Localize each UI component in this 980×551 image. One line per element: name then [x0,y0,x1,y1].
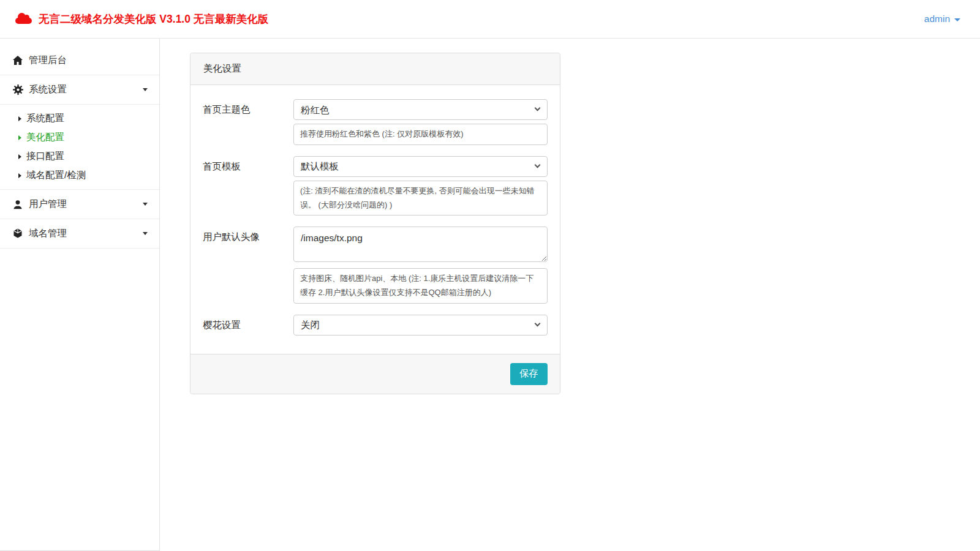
user-icon [12,199,23,209]
sidebar-subitem-label: 域名配置/检测 [26,169,86,182]
main-content: 美化设置 首页主题色 粉红色 推荐使用粉红色和紫色 (注: 仅对原版模板有效) [160,39,980,551]
page-layout: 管理后台 系统设置 系统配置 美化配置 接口配置 [0,39,980,551]
sidebar-item-label: 域名管理 [29,227,67,240]
field-control: 默认模板 (注: 渣到不能在渣的渣机尽量不要更换, 否则可能会出现一些未知错误。… [293,156,548,216]
form-row-sakura: 樱花设置 关闭 [203,315,548,335]
theme-color-select[interactable]: 粉红色 [293,99,548,120]
home-template-help: (注: 渣到不能在渣的渣机尽量不要更换, 否则可能会出现一些未知错误。 (大部分… [293,181,548,216]
chevron-down-icon [143,203,148,206]
sakura-select[interactable]: 关闭 [293,315,548,335]
sidebar-subitem-label: 美化配置 [26,131,64,144]
sidebar-item-system-settings[interactable]: 系统设置 [0,75,159,105]
form-row-theme-color: 首页主题色 粉红色 推荐使用粉红色和紫色 (注: 仅对原版模板有效) [203,99,548,145]
sakura-select-wrap: 关闭 [293,315,548,335]
theme-color-help: 推荐使用粉红色和紫色 (注: 仅对原版模板有效) [293,124,548,145]
username: admin [924,13,950,24]
field-label: 樱花设置 [203,315,293,335]
sidebar-item-label: 管理后台 [29,54,67,67]
home-template-select[interactable]: 默认模板 [293,156,548,177]
field-control: 粉红色 推荐使用粉红色和紫色 (注: 仅对原版模板有效) [293,99,548,145]
panel-body: 首页主题色 粉红色 推荐使用粉红色和紫色 (注: 仅对原版模板有效) 首页模板 [190,85,560,354]
gear-icon [12,84,23,95]
cloud-icon [15,18,32,24]
caret-right-icon [18,154,21,159]
cube-icon [12,228,23,239]
field-control: /images/tx.png 支持图床、随机图片api、本地 (注: 1.康乐主… [293,227,548,304]
sidebar-subitem-beautify-config[interactable]: 美化配置 [0,128,159,147]
sidebar-subitem-domain-config-check[interactable]: 域名配置/检测 [0,166,159,185]
field-label: 用户默认头像 [203,227,293,304]
default-avatar-input[interactable]: /images/tx.png [293,227,548,262]
caret-right-icon [18,173,21,178]
sidebar-item-admin-home[interactable]: 管理后台 [0,46,159,75]
panel-title: 美化设置 [190,53,560,85]
panel-footer: 保存 [190,354,560,394]
system-settings-submenu: 系统配置 美化配置 接口配置 域名配置/检测 [0,105,159,190]
brand[interactable]: 无言二级域名分发美化版 V3.1.0 无言最新美化版 [15,12,268,26]
sidebar-subitem-label: 接口配置 [26,150,64,163]
save-button[interactable]: 保存 [510,363,548,385]
field-label: 首页模板 [203,156,293,216]
field-label: 首页主题色 [203,99,293,145]
form-row-home-template: 首页模板 默认模板 (注: 渣到不能在渣的渣机尽量不要更换, 否则可能会出现一些… [203,156,548,216]
sidebar-item-label: 系统设置 [29,83,67,96]
sidebar-item-label: 用户管理 [29,198,67,211]
sidebar-item-domain-management[interactable]: 域名管理 [0,219,159,249]
beautify-settings-panel: 美化设置 首页主题色 粉红色 推荐使用粉红色和紫色 (注: 仅对原版模板有效) [190,53,560,394]
field-control: 关闭 [293,315,548,335]
caret-right-icon [18,135,21,140]
default-avatar-help: 支持图床、随机图片api、本地 (注: 1.康乐主机设置后建议清除一下缓存 2.… [293,268,548,304]
theme-color-select-wrap: 粉红色 [293,99,548,120]
chevron-down-icon [143,88,148,91]
user-dropdown[interactable]: admin [924,13,960,24]
chevron-down-icon [954,18,960,21]
sidebar-item-user-management[interactable]: 用户管理 [0,190,159,219]
caret-right-icon [18,116,21,121]
top-navbar: 无言二级域名分发美化版 V3.1.0 无言最新美化版 admin [0,0,980,39]
form-row-default-avatar: 用户默认头像 /images/tx.png 支持图床、随机图片api、本地 (注… [203,227,548,304]
chevron-down-icon [143,232,148,235]
sidebar: 管理后台 系统设置 系统配置 美化配置 接口配置 [0,39,160,551]
sidebar-subitem-label: 系统配置 [26,112,64,125]
home-template-select-wrap: 默认模板 [293,156,548,177]
brand-title: 无言二级域名分发美化版 V3.1.0 无言最新美化版 [39,12,268,26]
sidebar-subitem-system-config[interactable]: 系统配置 [0,109,159,128]
home-icon [12,55,23,66]
sidebar-subitem-api-config[interactable]: 接口配置 [0,147,159,166]
